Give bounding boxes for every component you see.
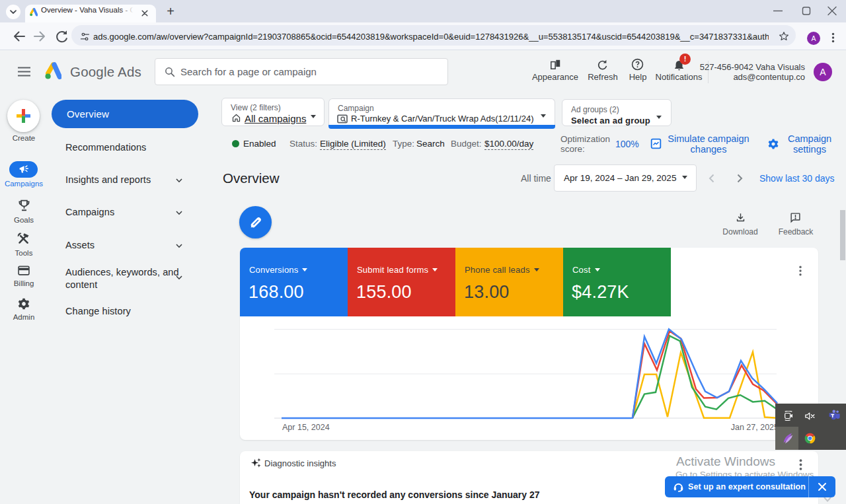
svg-text:Jan 27, 2025: Jan 27, 2025 (731, 423, 779, 432)
svg-text:Apr 15, 2024: Apr 15, 2024 (282, 423, 330, 432)
